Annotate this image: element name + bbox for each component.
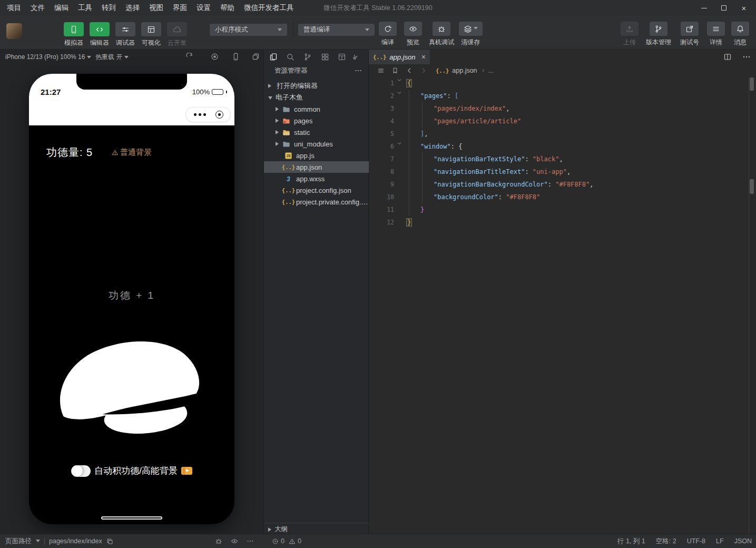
action-upload[interactable]: 上传 xyxy=(618,22,641,47)
device-frame-icon[interactable] xyxy=(232,53,240,61)
editor-more-icon[interactable] xyxy=(742,53,751,61)
mode-button-phone[interactable]: 模拟器 xyxy=(63,22,84,47)
fold-chevron-icon[interactable] xyxy=(397,77,402,83)
tree-item-pages[interactable]: pages xyxy=(264,115,369,126)
auto-merit-toggle[interactable] xyxy=(71,465,91,477)
code-line-5[interactable]: 5], xyxy=(369,128,748,140)
code-line-1[interactable]: 1{ xyxy=(369,77,748,90)
bookmark-icon[interactable] xyxy=(391,67,399,74)
action-branch[interactable]: 版本管理 xyxy=(642,22,675,47)
code-line-7[interactable]: 7"navigationBarTextStyle": "black", xyxy=(369,153,748,165)
rotate-device-icon[interactable] xyxy=(185,53,193,61)
device-select[interactable]: iPhone 12/13 (Pro) 100% 16 xyxy=(5,53,91,61)
breadcrumb-file[interactable]: app.json xyxy=(452,67,477,74)
page-path-value[interactable]: pages/index/index xyxy=(49,537,102,545)
outline-list-icon[interactable] xyxy=(377,67,385,74)
more-dots-icon[interactable] xyxy=(194,113,206,116)
statusbar-cursor-position[interactable]: 行 1, 列 1 xyxy=(617,537,645,546)
close-tab-icon[interactable]: × xyxy=(421,53,426,61)
code-line-10[interactable]: 10"backgroundColor": "#F8F8F8" xyxy=(369,191,748,203)
code-area[interactable]: 1{2"pages": [3"pages/index/index",4"page… xyxy=(369,77,748,229)
menu-item-1[interactable]: 项目 xyxy=(2,0,26,16)
code-line-11[interactable]: 11} xyxy=(369,203,748,216)
wooden-fish-image[interactable] xyxy=(56,335,207,448)
avatar[interactable] xyxy=(6,23,22,39)
code-line-4[interactable]: 4"pages/article/article" xyxy=(369,115,748,128)
problems-indicator[interactable]: 0 0 xyxy=(272,534,301,548)
mode-button-layout[interactable]: 可视化 xyxy=(141,22,162,47)
files-icon[interactable] xyxy=(269,53,278,61)
tree-item-static[interactable]: static xyxy=(264,126,369,138)
code-line-6[interactable]: 6"window": { xyxy=(369,140,748,153)
code-line-12[interactable]: 12} xyxy=(369,216,748,229)
copy-icon[interactable] xyxy=(106,538,113,545)
minimize-button[interactable] xyxy=(694,0,714,16)
menu-item-6[interactable]: 选择 xyxy=(121,0,144,16)
menu-item-7[interactable]: 视图 xyxy=(144,0,168,16)
explorer-more-icon[interactable] xyxy=(355,67,362,74)
fold-chevron-icon[interactable] xyxy=(397,141,402,146)
inspect-icon[interactable] xyxy=(231,537,238,545)
mode-select[interactable]: 小程序模式 xyxy=(210,24,287,36)
statusbar-language-mode[interactable]: JSON xyxy=(734,537,752,545)
mode-button-cloud[interactable]: 云开发 xyxy=(166,22,188,47)
nav-back-icon[interactable] xyxy=(406,67,413,74)
hot-reload-toggle[interactable]: 热重载 开 xyxy=(95,53,129,62)
exit-target-icon[interactable] xyxy=(215,111,223,119)
fold-chevron-icon[interactable] xyxy=(397,90,402,95)
menu-item-4[interactable]: 工具 xyxy=(73,0,97,16)
tree-item-app-json[interactable]: {..}app.json xyxy=(264,161,369,173)
source-control-icon[interactable] xyxy=(303,53,312,61)
tab-app-json[interactable]: {..} app.json × xyxy=(369,50,430,64)
action-eye[interactable]: 预览 xyxy=(401,22,425,47)
record-icon[interactable] xyxy=(211,53,219,61)
action-hamburger[interactable]: 详情 xyxy=(704,22,728,47)
menu-item-10[interactable]: 帮助 xyxy=(215,0,239,16)
statusbar-encoding[interactable]: UTF-8 xyxy=(687,537,705,545)
maximize-button[interactable] xyxy=(714,0,734,16)
scrollbar-thumb[interactable] xyxy=(750,77,754,91)
statusbar-indent-setting[interactable]: 空格: 2 xyxy=(656,537,676,546)
npm-icon[interactable] xyxy=(338,53,346,61)
hand-icon[interactable] xyxy=(351,53,360,61)
action-refresh[interactable]: 编译 xyxy=(376,22,399,47)
tree-item-common[interactable]: common xyxy=(264,103,369,115)
code-line-9[interactable]: 9"navigationBarBackgroundColor": "#F8F8F… xyxy=(369,178,748,191)
video-ad-icon[interactable] xyxy=(181,467,192,475)
action-external[interactable]: 测试号 xyxy=(676,22,703,47)
tree-item-project-config-json[interactable]: {..}project.config.json xyxy=(264,184,369,196)
compile-select[interactable]: 普通编译 xyxy=(298,24,375,36)
debug-icon[interactable] xyxy=(215,537,222,545)
code-line-3[interactable]: 3"pages/index/index", xyxy=(369,102,748,115)
close-button[interactable]: × xyxy=(734,0,754,16)
more-icon[interactable] xyxy=(247,537,254,545)
split-editor-icon[interactable] xyxy=(723,53,732,61)
code-line-2[interactable]: 2"pages": [ xyxy=(369,90,748,102)
action-layers[interactable]: 清缓存 xyxy=(458,22,483,47)
menu-item-8[interactable]: 界面 xyxy=(168,0,192,16)
mode-button-sliders[interactable]: 调试器 xyxy=(115,22,136,47)
action-bug[interactable]: 真机调试 xyxy=(427,22,456,47)
menu-item-2[interactable]: 文件 xyxy=(26,0,50,16)
tree-item-project-private-config-js-[interactable]: {..}project.private.config.js... xyxy=(264,196,369,208)
menu-item-11[interactable]: 微信开发者工具 xyxy=(239,0,299,16)
menu-item-5[interactable]: 转到 xyxy=(97,0,121,16)
search-icon[interactable] xyxy=(286,53,294,61)
miniprogram-capsule[interactable] xyxy=(185,107,231,122)
detach-window-icon[interactable] xyxy=(252,53,260,61)
extensions-icon[interactable] xyxy=(321,53,329,61)
tree-item-打开的编辑器[interactable]: 打开的编辑器 xyxy=(264,80,369,92)
tree-item-uni-modules[interactable]: uni_modules xyxy=(264,138,369,150)
page-path-label[interactable]: 页面路径 xyxy=(5,537,32,546)
menu-item-9[interactable]: 设置 xyxy=(192,0,215,16)
nav-forward-icon[interactable] xyxy=(420,67,427,74)
code-line-8[interactable]: 8"navigationBarTitleText": "uni-app", xyxy=(369,165,748,178)
tree-item-app-wxss[interactable]: 3app.wxss xyxy=(264,173,369,184)
tree-item-电子木鱼[interactable]: 电子木鱼 xyxy=(264,92,369,103)
menu-item-3[interactable]: 编辑 xyxy=(50,0,73,16)
breadcrumb-more[interactable]: ... xyxy=(488,67,494,74)
action-bell[interactable]: 消息 xyxy=(729,22,752,47)
mode-button-code[interactable]: 编辑器 xyxy=(89,22,110,47)
statusbar-eol[interactable]: LF xyxy=(716,537,724,545)
tree-item-app-js[interactable]: JSapp.js xyxy=(264,150,369,161)
